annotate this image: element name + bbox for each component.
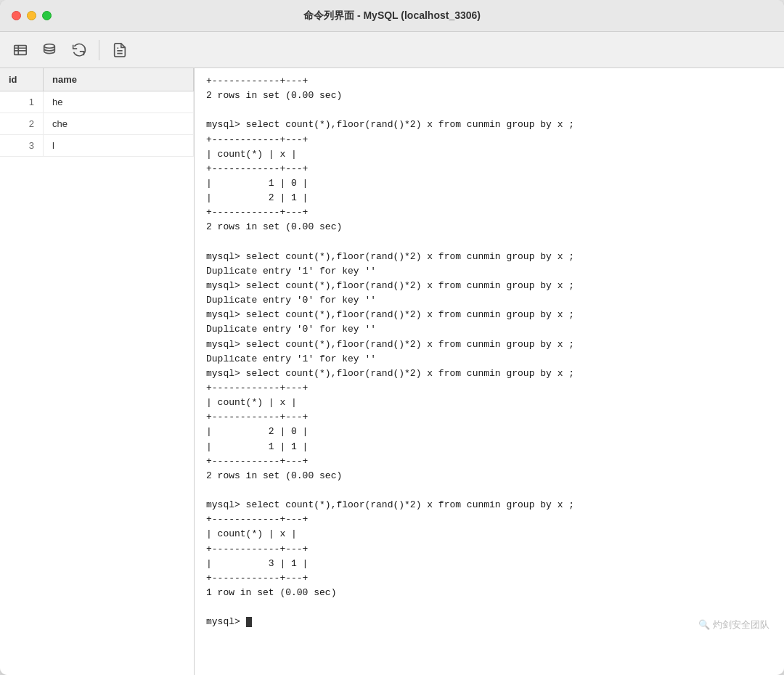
toolbar xyxy=(0,32,784,68)
window-title: 命令列界面 - MySQL (localhost_3306) xyxy=(303,9,481,22)
cell-id: 3 xyxy=(0,135,44,156)
terminal-cursor xyxy=(246,617,252,627)
header-id: id xyxy=(0,68,44,91)
cell-name: che xyxy=(44,113,194,134)
close-button[interactable] xyxy=(12,11,21,20)
svg-point-4 xyxy=(44,44,55,48)
toolbar-divider xyxy=(99,40,99,60)
terminal-content[interactable]: +------------+---+ 2 rows in set (0.00 s… xyxy=(195,68,784,675)
titlebar: 命令列界面 - MySQL (localhost_3306) xyxy=(0,0,784,32)
watermark: 🔍 灼剑安全团队 xyxy=(698,618,769,631)
table-row[interactable]: 1 he xyxy=(0,91,194,113)
cell-name: he xyxy=(44,91,194,112)
traffic-lights xyxy=(12,11,52,20)
table-header: id name xyxy=(0,68,194,91)
document-icon[interactable] xyxy=(108,38,131,62)
table-row[interactable]: 2 che xyxy=(0,113,194,135)
table-row[interactable]: 3 l xyxy=(0,135,194,157)
main-window: 命令列界面 - MySQL (localhost_3306) xyxy=(0,0,784,675)
table-icon[interactable] xyxy=(9,38,32,62)
main-content: id name 1 he 2 che 3 l +------------+---… xyxy=(0,68,784,675)
cell-id: 2 xyxy=(0,113,44,134)
header-name: name xyxy=(44,68,194,91)
terminal-panel: +------------+---+ 2 rows in set (0.00 s… xyxy=(195,68,784,675)
cell-id: 1 xyxy=(0,91,44,112)
database-icon[interactable] xyxy=(38,38,61,62)
minimize-button[interactable] xyxy=(27,11,36,20)
svg-rect-0 xyxy=(15,45,27,54)
cell-name: l xyxy=(44,135,194,156)
maximize-button[interactable] xyxy=(42,11,52,20)
left-panel: id name 1 he 2 che 3 l xyxy=(0,68,195,675)
table-body: 1 he 2 che 3 l xyxy=(0,91,194,675)
refresh-icon[interactable] xyxy=(67,38,90,62)
